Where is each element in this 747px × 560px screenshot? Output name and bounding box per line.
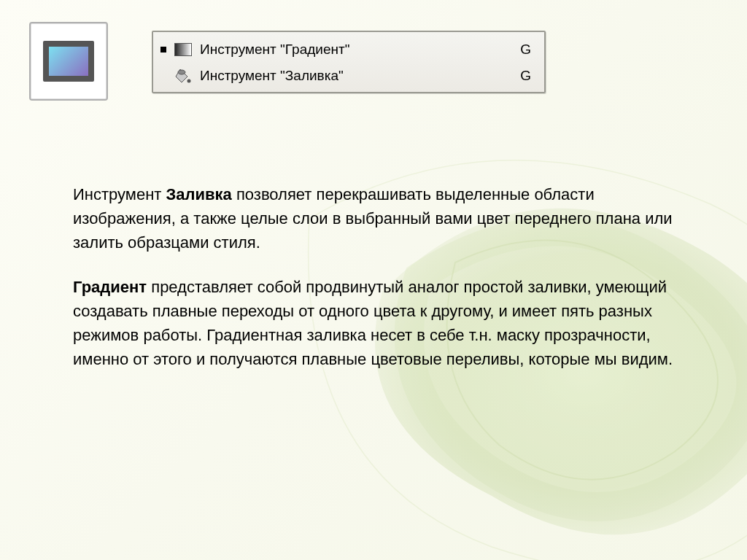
text-run: представляет собой продвинутый аналог пр… [73,278,673,368]
tool-label: Инструмент "Градиент" [200,42,513,58]
slide-text: Инструмент Заливка позволяет перекрашива… [73,182,678,392]
tool-option-gradient[interactable]: Инструмент "Градиент" G [160,36,537,63]
svg-point-1 [187,79,191,83]
selected-indicator [160,73,166,79]
svg-point-0 [178,70,185,74]
tool-shortcut: G [520,42,531,58]
tool-shortcut: G [520,68,531,84]
tool-flyout-panel: Инструмент "Градиент" G Инструмент "Зали… [152,31,546,93]
paint-bucket-icon [174,68,193,84]
selected-indicator [160,47,166,52]
gradient-tool-large-icon [29,22,108,101]
text-run: Инструмент [73,185,166,203]
gradient-icon [174,42,193,58]
paragraph-fill: Инструмент Заливка позволяет перекрашива… [73,182,678,254]
tool-option-fill[interactable]: Инструмент "Заливка" G [160,63,537,89]
tool-label: Инструмент "Заливка" [200,68,513,84]
paragraph-gradient: Градиент представляет собой продвинутый … [73,275,678,371]
text-bold: Заливка [166,185,231,203]
text-bold: Градиент [73,278,147,296]
